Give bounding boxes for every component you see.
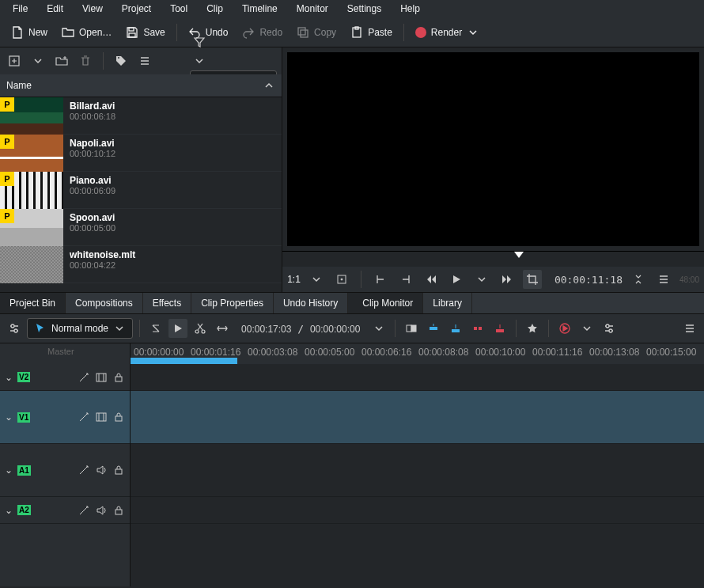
menu-clip[interactable]: Clip — [199, 1, 231, 17]
chevron-down-icon[interactable]: ⌄ — [5, 465, 13, 476]
monitor-timecode[interactable]: 00:00:11:18 — [554, 274, 623, 286]
chevron-down-icon[interactable]: ⌄ — [5, 372, 13, 383]
timeline-body[interactable]: 00:00:00:0000:00:01:1600:00:03:0800:00:0… — [131, 343, 704, 586]
zone-start-button[interactable] — [371, 270, 390, 289]
open-button[interactable]: Open… — [55, 23, 118, 42]
chevron-down-icon[interactable]: ⌄ — [5, 412, 13, 423]
monitor-ruler[interactable] — [282, 251, 704, 267]
bin-column-header[interactable]: Name — [0, 74, 282, 97]
options-button[interactable] — [135, 51, 154, 70]
chevron-down-icon[interactable] — [307, 270, 326, 289]
rewind-button[interactable] — [422, 270, 441, 289]
monitor-playhead-icon[interactable] — [514, 252, 524, 258]
new-button[interactable]: New — [5, 23, 54, 42]
bin-clip[interactable]: whitenoise.mlt 00:00:04:22 — [0, 246, 282, 283]
lock-icon[interactable] — [112, 411, 125, 423]
timeline-settings-button[interactable] — [600, 319, 619, 338]
extract-zone-button[interactable] — [468, 319, 487, 338]
track-body-a2[interactable] — [131, 497, 704, 524]
lock-icon[interactable] — [112, 464, 125, 476]
delete-clip-button[interactable] — [76, 51, 95, 70]
menu-help[interactable]: Help — [392, 1, 428, 17]
menu-file[interactable]: File — [5, 1, 36, 17]
track-settings-button[interactable] — [5, 319, 24, 338]
chevron-down-icon[interactable] — [472, 270, 491, 289]
mix-button[interactable] — [402, 319, 421, 338]
timeline-ruler[interactable]: 00:00:00:0000:00:01:1600:00:03:0800:00:0… — [131, 343, 704, 364]
play-tool-button[interactable] — [168, 319, 187, 338]
track-header-v1[interactable]: ⌄ V1 — [0, 391, 130, 444]
bin-clip[interactable]: P Napoli.avi 00:00:10:12 — [0, 135, 282, 172]
zone-end-button[interactable] — [396, 270, 415, 289]
chevron-down-icon[interactable]: ⌄ — [5, 505, 13, 516]
chevron-down-icon[interactable] — [190, 51, 209, 70]
overwrite-zone-button[interactable] — [446, 319, 465, 338]
effects-icon[interactable] — [78, 464, 90, 476]
menu-timeline[interactable]: Timeline — [234, 1, 286, 17]
film-icon[interactable] — [95, 411, 108, 423]
paste-button[interactable]: Paste — [344, 23, 399, 42]
tab-clip-properties[interactable]: Clip Properties — [191, 293, 274, 313]
timeline-position-tc[interactable]: 00:00:17:03 / 00:00:00:00 — [235, 323, 366, 335]
monitor-video-area[interactable] — [287, 52, 699, 246]
track-body-v1[interactable] — [131, 391, 704, 444]
effects-icon[interactable] — [78, 411, 90, 423]
favorite-effects-button[interactable] — [523, 319, 542, 338]
effects-icon[interactable] — [78, 504, 90, 517]
timecode-step-icon[interactable] — [629, 270, 648, 289]
effects-icon[interactable] — [78, 371, 90, 384]
edit-mode-select[interactable]: Normal mode — [27, 318, 133, 339]
lock-icon[interactable] — [112, 504, 125, 517]
chevron-down-icon[interactable] — [577, 319, 596, 338]
master-track-label[interactable]: Master — [0, 343, 130, 359]
render-button[interactable]: Render — [409, 23, 486, 42]
menu-settings[interactable]: Settings — [339, 1, 389, 17]
tab-compositions[interactable]: Compositions — [66, 293, 143, 313]
monitor-grid-button[interactable] — [332, 270, 351, 289]
menu-view[interactable]: View — [74, 1, 111, 17]
tab-library[interactable]: Library — [423, 293, 472, 313]
tab-undo-history[interactable]: Undo History — [274, 293, 348, 313]
lock-icon[interactable] — [112, 371, 125, 384]
track-header-a2[interactable]: ⌄ A2 — [0, 497, 130, 524]
chevron-down-icon[interactable] — [28, 51, 47, 70]
timeline-menu-button[interactable] — [680, 319, 699, 338]
track-body-a1[interactable] — [131, 444, 704, 497]
tab-effects[interactable]: Effects — [143, 293, 191, 313]
insert-zone-button[interactable] — [424, 319, 443, 338]
spacer-tool-button[interactable] — [213, 319, 232, 338]
bin-clip[interactable]: P Billard.avi 00:00:06:18 — [0, 97, 282, 135]
tab-project-bin[interactable]: Project Bin — [0, 293, 66, 313]
track-header-a1[interactable]: ⌄ A1 — [0, 444, 130, 497]
preview-render-button[interactable] — [555, 319, 574, 338]
crop-button[interactable] — [523, 270, 542, 289]
film-icon[interactable] — [95, 371, 108, 384]
menu-project[interactable]: Project — [114, 1, 159, 17]
lift-zone-button[interactable] — [490, 319, 509, 338]
chevron-down-icon[interactable] — [369, 319, 388, 338]
redo-button[interactable]: Redo — [236, 23, 289, 42]
no-composition-button[interactable] — [146, 319, 165, 338]
tab-clip-monitor[interactable]: Clip Monitor — [353, 293, 423, 313]
bin-clip[interactable]: P Spoon.avi 00:00:05:00 — [0, 209, 282, 246]
copy-button[interactable]: Copy — [290, 23, 343, 42]
monitor-menu-button[interactable] — [654, 270, 673, 289]
forward-button[interactable] — [498, 270, 517, 289]
menu-edit[interactable]: Edit — [39, 1, 71, 17]
menu-monitor[interactable]: Monitor — [289, 1, 336, 17]
speaker-icon[interactable] — [95, 464, 108, 476]
track-header-v2[interactable]: ⌄ V2 — [0, 364, 130, 391]
bin-clip[interactable]: P Piano.avi 00:00:06:09 — [0, 172, 282, 209]
monitor-zoom[interactable]: 1:1 — [287, 274, 301, 285]
filter-icon[interactable] — [190, 32, 209, 51]
timeline-zone[interactable] — [131, 358, 237, 364]
add-clip-button[interactable] — [5, 51, 24, 70]
tag-button[interactable] — [112, 51, 131, 70]
menu-tool[interactable]: Tool — [162, 1, 195, 17]
play-button[interactable] — [447, 270, 466, 289]
track-body-v2[interactable] — [131, 364, 704, 391]
razor-tool-button[interactable] — [191, 319, 210, 338]
save-button[interactable]: Save — [119, 23, 171, 42]
add-folder-button[interactable] — [52, 51, 71, 70]
speaker-icon[interactable] — [95, 504, 108, 517]
